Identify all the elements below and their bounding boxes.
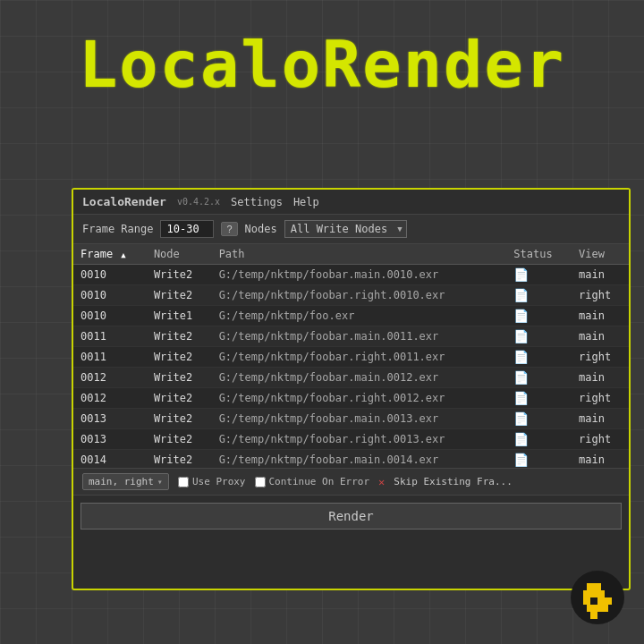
cell-status: 📄 bbox=[506, 388, 572, 409]
window-app-name: LocaloRender bbox=[82, 195, 166, 208]
cell-path: G:/temp/nktmp/foobar.right.0011.exr bbox=[212, 347, 507, 368]
svg-rect-10 bbox=[597, 597, 605, 605]
cell-path: G:/temp/nktmp/foobar.right.0012.exr bbox=[212, 388, 507, 409]
svg-rect-1 bbox=[587, 583, 594, 590]
table-row[interactable]: 0014Write2G:/temp/nktmp/foobar.main.0014… bbox=[73, 450, 629, 469]
status-icon: 📄 bbox=[513, 350, 529, 364]
svg-rect-14 bbox=[601, 605, 608, 612]
cell-path: G:/temp/nktmp/foobar.main.0010.exr bbox=[212, 265, 507, 285]
continue-on-error-checkbox[interactable] bbox=[255, 477, 266, 487]
cell-status: 📄 bbox=[506, 306, 572, 326]
titlebar: LocaloRender v0.4.2.x Settings Help bbox=[73, 190, 629, 215]
svg-rect-3 bbox=[601, 583, 608, 590]
window-version: v0.4.2.x bbox=[177, 197, 220, 207]
cell-frame: 0010 bbox=[73, 285, 147, 306]
col-view[interactable]: View bbox=[572, 244, 629, 265]
cell-view: main bbox=[572, 368, 629, 388]
svg-rect-12 bbox=[587, 605, 594, 612]
svg-rect-6 bbox=[597, 590, 605, 597]
cell-node: Write2 bbox=[147, 285, 212, 306]
render-table-container: Frame ▲ Node Path Status View 0010Write2… bbox=[73, 244, 629, 468]
views-tag-close[interactable]: ▾ bbox=[157, 477, 163, 487]
cell-view: main bbox=[572, 409, 629, 429]
table-row[interactable]: 0010Write2G:/temp/nktmp/foobar.right.001… bbox=[73, 285, 629, 306]
frame-range-label: Frame Range bbox=[82, 223, 153, 235]
table-row[interactable]: 0010Write2G:/temp/nktmp/foobar.main.0010… bbox=[73, 265, 629, 285]
svg-rect-2 bbox=[594, 583, 601, 590]
frame-range-input[interactable] bbox=[160, 220, 214, 238]
table-row[interactable]: 0011Write2G:/temp/nktmp/foobar.right.001… bbox=[73, 347, 629, 368]
svg-rect-9 bbox=[590, 597, 597, 605]
cell-node: Write2 bbox=[147, 409, 212, 429]
nodes-select-wrapper: All Write Nodes Selected Nodes bbox=[284, 220, 407, 238]
bottom-bar: main, right ▾ Use Proxy Continue On Erro… bbox=[73, 468, 629, 495]
use-proxy-checkbox[interactable] bbox=[178, 477, 189, 487]
cell-frame: 0010 bbox=[73, 306, 147, 326]
svg-rect-7 bbox=[605, 590, 612, 597]
cell-status: 📄 bbox=[506, 265, 572, 285]
svg-rect-11 bbox=[605, 597, 612, 605]
table-row[interactable]: 0012Write2G:/temp/nktmp/foobar.main.0012… bbox=[73, 368, 629, 388]
table-row[interactable]: 0013Write2G:/temp/nktmp/foobar.main.0013… bbox=[73, 409, 629, 429]
cell-path: G:/temp/nktmp/foobar.right.0013.exr bbox=[212, 429, 507, 450]
table-row[interactable]: 0010Write1G:/temp/nktmp/foo.exr📄main bbox=[73, 306, 629, 326]
col-node[interactable]: Node bbox=[147, 244, 212, 265]
cell-status: 📄 bbox=[506, 409, 572, 429]
nodes-select[interactable]: All Write Nodes Selected Nodes bbox=[284, 220, 407, 238]
views-tag-label: main, right bbox=[89, 476, 154, 487]
cell-status: 📄 bbox=[506, 450, 572, 469]
cell-path: G:/temp/nktmp/foobar.main.0012.exr bbox=[212, 368, 507, 388]
cell-path: G:/temp/nktmp/foobar.main.0014.exr bbox=[212, 450, 507, 469]
cell-view: main bbox=[572, 265, 629, 285]
status-icon: 📄 bbox=[513, 370, 529, 385]
status-icon: 📄 bbox=[513, 267, 529, 282]
cell-frame: 0013 bbox=[73, 429, 147, 450]
cell-node: Write1 bbox=[147, 306, 212, 326]
menu-settings[interactable]: Settings bbox=[231, 196, 283, 208]
status-icon: 📄 bbox=[513, 411, 529, 426]
cell-path: G:/temp/nktmp/foobar.main.0011.exr bbox=[212, 326, 507, 347]
cell-view: right bbox=[572, 285, 629, 306]
cell-node: Write2 bbox=[147, 450, 212, 469]
cell-frame: 0013 bbox=[73, 409, 147, 429]
cell-frame: 0012 bbox=[73, 368, 147, 388]
cell-frame: 0012 bbox=[73, 388, 147, 409]
cell-status: 📄 bbox=[506, 347, 572, 368]
continue-on-error-label: Continue On Error bbox=[269, 476, 370, 487]
cell-node: Write2 bbox=[147, 388, 212, 409]
cell-view: main bbox=[572, 450, 629, 469]
skip-existing-x: ✕ bbox=[378, 476, 385, 488]
app-title: LocaloRender bbox=[0, 0, 644, 120]
cell-view: right bbox=[572, 429, 629, 450]
cell-view: main bbox=[572, 306, 629, 326]
skip-existing-label: Skip Existing Fra... bbox=[394, 476, 512, 487]
status-icon: 📄 bbox=[513, 453, 529, 467]
views-tag: main, right ▾ bbox=[82, 473, 169, 490]
cell-node: Write2 bbox=[147, 429, 212, 450]
cell-status: 📄 bbox=[506, 326, 572, 347]
col-path[interactable]: Path bbox=[212, 244, 507, 265]
status-icon: 📄 bbox=[513, 288, 529, 302]
render-button[interactable]: Render bbox=[80, 503, 622, 530]
table-header-row: Frame ▲ Node Path Status View bbox=[73, 244, 629, 265]
cell-view: right bbox=[572, 347, 629, 368]
status-icon: 📄 bbox=[513, 309, 529, 323]
use-proxy-label: Use Proxy bbox=[192, 476, 246, 487]
cell-view: main bbox=[572, 326, 629, 347]
cell-node: Write2 bbox=[147, 326, 212, 347]
help-button[interactable]: ? bbox=[221, 222, 237, 236]
menu-help[interactable]: Help bbox=[293, 196, 319, 208]
cell-frame: 0011 bbox=[73, 347, 147, 368]
col-status[interactable]: Status bbox=[506, 244, 572, 265]
svg-rect-4 bbox=[583, 590, 590, 597]
cell-node: Write2 bbox=[147, 347, 212, 368]
svg-rect-13 bbox=[594, 605, 601, 612]
cell-frame: 0014 bbox=[73, 450, 147, 469]
col-frame[interactable]: Frame ▲ bbox=[73, 244, 147, 265]
table-row[interactable]: 0012Write2G:/temp/nktmp/foobar.right.001… bbox=[73, 388, 629, 409]
cell-path: G:/temp/nktmp/foobar.right.0010.exr bbox=[212, 285, 507, 306]
cell-view: right bbox=[572, 388, 629, 409]
status-icon: 📄 bbox=[513, 391, 529, 405]
table-row[interactable]: 0013Write2G:/temp/nktmp/foobar.right.001… bbox=[73, 429, 629, 450]
table-row[interactable]: 0011Write2G:/temp/nktmp/foobar.main.0011… bbox=[73, 326, 629, 347]
